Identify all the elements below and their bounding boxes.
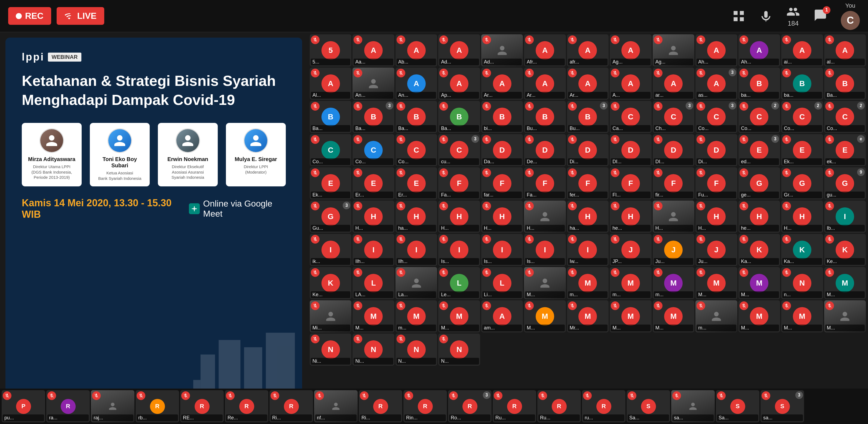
participant-tile[interactable]: C Co... xyxy=(310,134,351,166)
bottom-participant-tile[interactable]: R Rin... xyxy=(403,390,447,422)
bottom-participant-tile[interactable]: S Sa... xyxy=(716,390,760,422)
participant-tile[interactable]: J Ju... xyxy=(653,234,694,266)
participant-tile[interactable]: C Co... xyxy=(352,134,394,166)
participant-tile[interactable]: H ha... xyxy=(567,201,609,233)
participant-tile[interactable]: H... xyxy=(653,201,694,233)
participant-tile[interactable]: D Da... xyxy=(481,134,523,166)
participant-tile[interactable]: K Ke... xyxy=(310,267,351,299)
participant-tile[interactable]: M M... xyxy=(352,300,394,333)
participant-tile[interactable]: M M... xyxy=(438,300,480,333)
participant-tile[interactable]: Ad... xyxy=(481,34,523,66)
bottom-participant-tile[interactable]: R ru... xyxy=(582,390,625,422)
participant-tile[interactable]: N N... xyxy=(438,334,480,366)
participant-tile[interactable]: B bi... xyxy=(481,101,523,133)
participant-tile[interactable]: F fer... xyxy=(567,167,609,199)
self-avatar[interactable]: C xyxy=(841,11,860,30)
participant-tile[interactable]: C 2 Co... xyxy=(781,101,823,133)
participant-tile[interactable]: A Aa... xyxy=(352,34,394,66)
participant-tile[interactable]: A Ar... xyxy=(524,67,566,100)
participant-tile[interactable]: M m... xyxy=(610,267,651,299)
bottom-participant-tile[interactable]: S Sa... xyxy=(627,390,670,422)
bottom-participant-tile[interactable]: P pu... xyxy=(2,390,45,422)
participant-tile[interactable]: J Ju... xyxy=(695,234,737,266)
bottom-participant-tile[interactable]: R rb... xyxy=(135,390,179,422)
participant-tile[interactable]: D Di... xyxy=(567,134,609,166)
participant-tile[interactable]: L LA... xyxy=(352,267,394,299)
participant-tile[interactable]: C 2 Co... xyxy=(824,101,866,133)
participant-tile[interactable]: M M... xyxy=(781,300,823,333)
participant-tile[interactable]: B ba... xyxy=(781,67,823,100)
participant-tile[interactable]: D De... xyxy=(524,134,566,166)
participant-tile[interactable]: B Ba... xyxy=(824,67,866,100)
participant-tile[interactable]: A ar... xyxy=(653,67,694,100)
participant-tile[interactable]: M... xyxy=(824,300,866,333)
participant-tile[interactable]: G 9 gu... xyxy=(824,167,866,199)
participant-tile[interactable]: A Ar... xyxy=(567,67,609,100)
participant-tile[interactable]: F Fa... xyxy=(438,167,480,199)
bottom-participant-tile[interactable]: S 3 sa... xyxy=(761,390,804,422)
participant-tile[interactable]: A Ap... xyxy=(438,67,480,100)
participant-tile[interactable]: B Ba... xyxy=(310,101,351,133)
participant-tile[interactable]: M M... xyxy=(824,267,866,299)
participant-tile[interactable]: A A... xyxy=(610,67,651,100)
participant-tile[interactable]: M m... xyxy=(396,300,437,333)
participant-tile[interactable]: H H... xyxy=(481,201,523,233)
participant-tile[interactable]: Mi... xyxy=(310,300,351,333)
participant-tile[interactable]: M Mr... xyxy=(567,300,609,333)
participant-tile[interactable]: M M... xyxy=(738,267,780,299)
participant-tile[interactable]: M M... xyxy=(653,300,694,333)
participant-tile[interactable]: m... xyxy=(695,300,737,333)
participant-tile[interactable]: N N... xyxy=(396,334,437,366)
bottom-participant-tile[interactable]: nf... xyxy=(314,390,358,422)
participant-tile[interactable]: F Fa... xyxy=(524,167,566,199)
participant-tile[interactable]: M M... xyxy=(738,300,780,333)
participant-tile[interactable]: E e ek... xyxy=(824,134,866,166)
bottom-participant-tile[interactable]: R ra... xyxy=(46,390,90,422)
participant-tile[interactable]: I Ib... xyxy=(824,201,866,233)
bottom-participant-tile[interactable]: R 3 Ro... xyxy=(448,390,492,422)
participant-tile[interactable]: E 3 ed... xyxy=(738,134,780,166)
participant-tile[interactable]: H H... xyxy=(438,201,480,233)
bottom-participant-tile[interactable]: R Ru... xyxy=(493,390,536,422)
participant-tile[interactable]: G Gr... xyxy=(781,167,823,199)
participant-tile[interactable]: B Ba... xyxy=(396,101,437,133)
participant-tile[interactable]: E Er... xyxy=(396,167,437,199)
participant-tile[interactable]: Ag... xyxy=(653,34,694,66)
rec-button[interactable]: REC xyxy=(8,7,51,25)
participant-tile[interactable]: D DI... xyxy=(653,134,694,166)
participant-tile[interactable]: M M... xyxy=(610,300,651,333)
participant-tile[interactable]: I Is... xyxy=(481,234,523,266)
bottom-participant-tile[interactable]: raj... xyxy=(91,390,134,422)
participant-tile[interactable]: I Is... xyxy=(438,234,480,266)
participant-tile[interactable]: N Ni... xyxy=(310,334,351,366)
participant-tile[interactable]: A al... xyxy=(824,34,866,66)
participant-tile[interactable]: C 3 Ch... xyxy=(653,101,694,133)
participant-tile[interactable]: A 3 as... xyxy=(695,67,737,100)
participant-tile[interactable]: N n... xyxy=(781,267,823,299)
participant-tile[interactable]: B 3 Bu... xyxy=(567,101,609,133)
bottom-participant-tile[interactable]: R RE... xyxy=(180,390,224,422)
participant-tile[interactable]: F fir... xyxy=(653,167,694,199)
participant-tile[interactable]: A Al... xyxy=(310,67,351,100)
participant-tile[interactable]: An... xyxy=(352,67,394,100)
participant-tile[interactable]: D Di... xyxy=(695,134,737,166)
participant-tile[interactable]: A Ah... xyxy=(695,34,737,66)
participant-tile[interactable]: H... xyxy=(524,201,566,233)
participant-tile[interactable]: C 3 cu... xyxy=(438,134,480,166)
participant-tile[interactable]: B Bu... xyxy=(524,101,566,133)
participant-tile[interactable]: A Ar... xyxy=(481,67,523,100)
participant-tile[interactable]: A Ah... xyxy=(738,34,780,66)
participant-tile[interactable]: I Ilh... xyxy=(352,234,394,266)
participant-tile[interactable]: K Ka... xyxy=(738,234,780,266)
bottom-participant-tile[interactable]: R Ru... xyxy=(537,390,581,422)
participant-tile[interactable]: F far... xyxy=(481,167,523,199)
participant-tile[interactable]: I Iw... xyxy=(567,234,609,266)
bottom-participant-tile[interactable]: R Ri... xyxy=(359,390,402,422)
chat-button[interactable]: 1 xyxy=(813,8,827,24)
participant-tile[interactable]: M... xyxy=(524,267,566,299)
participant-tile[interactable]: La... xyxy=(396,267,437,299)
participant-tile[interactable]: H he... xyxy=(738,201,780,233)
participant-tile[interactable]: N Ni... xyxy=(352,334,394,366)
participant-tile[interactable]: H he... xyxy=(610,201,651,233)
participant-tile[interactable]: C Co... xyxy=(396,134,437,166)
